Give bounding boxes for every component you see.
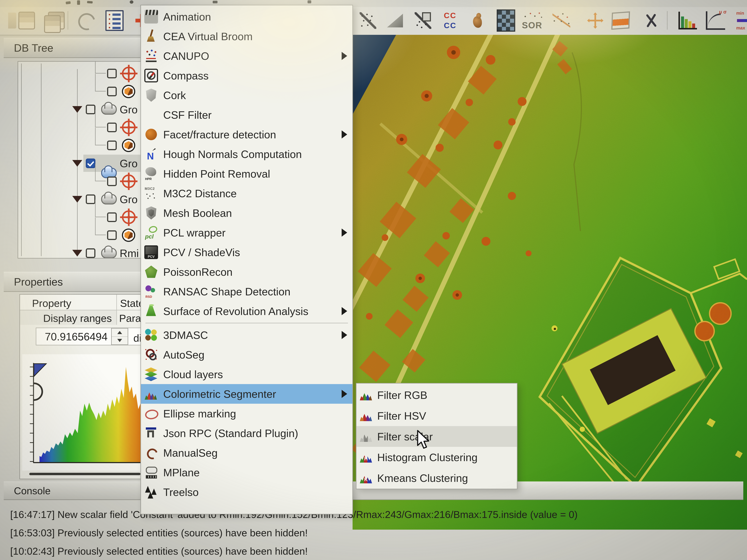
spinner-up-button[interactable] xyxy=(112,328,128,337)
menu-item-label: CSF Filter xyxy=(163,109,212,121)
tree-item-label: Gro xyxy=(120,103,138,115)
point-picking-button[interactable] xyxy=(411,9,435,32)
autoseg-icon xyxy=(144,348,158,362)
translate-rotate-button[interactable] xyxy=(583,9,608,32)
visibility-checkbox[interactable] xyxy=(107,87,117,96)
menu-item-autoseg[interactable]: AutoSeg xyxy=(141,345,352,365)
menu-item-label: PoissonRecon xyxy=(163,266,233,278)
scalar-field-histogram[interactable] xyxy=(22,354,142,471)
cloudcompare-window: DB Tree GroGroGroRmi Properties Property… xyxy=(0,0,747,560)
submenu-item-kmeans-clustering[interactable]: Kmeans Clustering xyxy=(357,468,517,488)
hist-clust-icon xyxy=(359,451,372,464)
submenu-arrow-icon xyxy=(342,130,347,138)
visibility-checkbox[interactable] xyxy=(86,248,96,258)
visibility-checkbox[interactable] xyxy=(86,159,96,168)
submenu-item-filter-scalar[interactable]: Filter scalar xyxy=(357,426,517,447)
submenu-item-label: Filter HSV xyxy=(377,410,426,422)
checkerboard-texture-button[interactable] xyxy=(494,9,518,32)
submenu-item-filter-hsv[interactable]: Filter HSV xyxy=(357,405,517,426)
menubar-text-fragment xyxy=(66,1,71,4)
menu-item-surface-of-revolution-analysis[interactable]: Surface of Revolution Analysis xyxy=(141,301,352,321)
visibility-checkbox[interactable] xyxy=(107,140,117,150)
visibility-checkbox[interactable] xyxy=(86,194,96,204)
save-button[interactable] xyxy=(15,9,39,32)
mouse-cursor xyxy=(416,430,432,451)
subsample-cloud-button[interactable] xyxy=(356,9,380,32)
console-line: [16:47:17] New scalar field 'Constant' a… xyxy=(10,505,733,524)
menu-item-hidden-point-removal[interactable]: Hidden Point Removal xyxy=(141,164,352,184)
menu-item-cea-virtual-broom[interactable]: CEA Virtual Broom xyxy=(141,26,352,46)
value-spinner xyxy=(111,328,128,345)
display-settings-list-button[interactable] xyxy=(102,9,127,32)
glove-button[interactable] xyxy=(465,9,490,32)
cloud-icon xyxy=(101,248,117,258)
visibility-checkbox[interactable] xyxy=(107,123,117,132)
menu-item-3dmasc[interactable]: 3DMASC xyxy=(141,325,352,345)
menu-item-m3c2-distance[interactable]: M3C2 Distance xyxy=(141,184,352,203)
db-tree-title: DB Tree xyxy=(14,42,53,54)
show-histogram-button[interactable] xyxy=(675,9,700,32)
menu-item-json-rpc-standard-plugin-[interactable]: Json RPC (Standard Plugin) xyxy=(141,423,352,443)
visibility-checkbox[interactable] xyxy=(107,212,117,222)
segment-polyline-button[interactable] xyxy=(639,9,663,32)
menu-item-compass[interactable]: Compass xyxy=(141,66,352,85)
menu-item-mplane[interactable]: MPlane xyxy=(141,462,352,482)
menu-item-label: CANUPO xyxy=(163,50,209,62)
sor-filter-button[interactable] xyxy=(521,9,545,32)
colorseg-icon xyxy=(144,387,158,401)
menu-item-animation[interactable]: Animation xyxy=(141,7,352,26)
menu-item-csf-filter[interactable]: CSF Filter xyxy=(141,105,352,125)
menu-item-poissonrecon[interactable]: PoissonRecon xyxy=(141,262,352,282)
menu-item-pcv-shadevis[interactable]: PCV / ShadeVis xyxy=(141,242,352,262)
expand-arrow-icon[interactable] xyxy=(72,196,82,203)
menu-item-ellipse-marking[interactable]: Ellipse marking xyxy=(141,404,352,423)
visibility-checkbox[interactable] xyxy=(107,177,117,186)
menu-item-pcl-wrapper[interactable]: PCL wrapper xyxy=(141,223,352,242)
properties-title: Properties xyxy=(14,275,63,288)
menu-item-label: Colorimetric Segmenter xyxy=(163,388,276,400)
histogram-graphic xyxy=(22,354,142,471)
console-title: Console xyxy=(14,485,51,497)
gaussian-filter-button[interactable] xyxy=(703,9,728,32)
menu-item-mesh-boolean[interactable]: Mesh Boolean xyxy=(141,203,352,223)
target-icon xyxy=(122,210,136,224)
menu-item-cork[interactable]: Cork xyxy=(141,85,352,105)
visibility-checkbox[interactable] xyxy=(107,230,117,240)
cloudlayers-icon xyxy=(144,367,158,381)
menu-item-label: 3DMASC xyxy=(163,329,208,341)
expand-arrow-icon[interactable] xyxy=(72,106,82,113)
cork-icon xyxy=(144,88,158,102)
menu-item-colorimetric-segmenter[interactable]: Colorimetric Segmenter xyxy=(141,384,352,404)
cc-logo-button[interactable] xyxy=(438,9,462,32)
visibility-checkbox[interactable] xyxy=(107,69,117,78)
noise-sparkle-button[interactable] xyxy=(549,9,574,32)
expand-arrow-icon[interactable] xyxy=(72,250,82,257)
histogram-scrollbar[interactable] xyxy=(29,473,140,475)
menu-item-label: AutoSeg xyxy=(163,348,205,361)
menu-item-manualseg[interactable]: ManualSeg xyxy=(141,443,352,462)
range-value: 70.91656494 xyxy=(45,330,108,343)
submenu-item-filter-rgb[interactable]: Filter RGB xyxy=(357,384,517,405)
expand-arrow-icon[interactable] xyxy=(72,160,82,167)
menu-item-hough-normals-computation[interactable]: Hough Normals Computation xyxy=(141,144,352,164)
menu-item-facet-fracture-detection[interactable]: Facet/fracture detection xyxy=(141,125,352,144)
menu-item-canupo[interactable]: CANUPO xyxy=(141,46,352,66)
spinner-down-button[interactable] xyxy=(112,337,128,344)
submenu-item-histogram-clustering[interactable]: Histogram Clustering xyxy=(357,447,517,468)
column-property: Property xyxy=(32,297,71,309)
menubar xyxy=(0,0,747,7)
mesh-triangle-button[interactable] xyxy=(383,9,407,32)
menu-item-ransac-shape-detection[interactable]: RANSAC Shape Detection xyxy=(141,282,352,301)
menu-item-cloud-layers[interactable]: Cloud layers xyxy=(141,365,352,384)
target-icon xyxy=(122,121,136,134)
pointer-axes-button[interactable] xyxy=(74,9,98,32)
visibility-checkbox[interactable] xyxy=(86,105,96,114)
menu-item-treelso[interactable]: Treelso xyxy=(141,482,352,502)
hpr-icon xyxy=(144,167,158,181)
menu-item-label: CEA Virtual Broom xyxy=(163,30,253,43)
clipping-box-button[interactable] xyxy=(609,9,633,32)
broom-icon xyxy=(144,29,158,43)
save-multiple-button[interactable] xyxy=(44,9,69,32)
pcv-icon xyxy=(144,245,158,259)
minmax-colorbar-button[interactable] xyxy=(731,9,747,32)
